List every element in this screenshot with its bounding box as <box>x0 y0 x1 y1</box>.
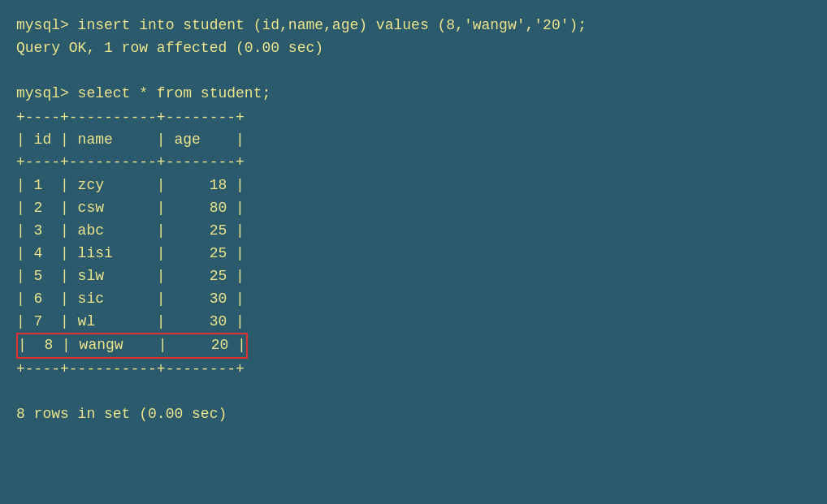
table-header: | id | name | age | <box>16 129 811 152</box>
table-divider-header: +----+----------+--------+ <box>16 152 811 174</box>
table-row: | 1 | zcy | 18 | <box>16 174 811 197</box>
select-command-line: mysql> select * from student; <box>16 83 811 106</box>
query-ok-line: Query OK, 1 row affected (0.00 sec) <box>16 37 811 60</box>
highlighted-table-row: | 8 | wangw | 20 | <box>16 333 248 358</box>
insert-command-line: mysql> insert into student (id,name,age)… <box>16 15 811 37</box>
table-divider-bottom: +----+----------+--------+ <box>16 359 811 381</box>
table-row: | 3 | abc | 25 | <box>16 220 811 243</box>
terminal-window: mysql> insert into student (id,name,age)… <box>16 15 811 489</box>
footer-line: 8 rows in set (0.00 sec) <box>16 403 811 426</box>
table-divider-top: +----+----------+--------+ <box>16 107 811 130</box>
highlighted-row-wrapper: | 8 | wangw | 20 | <box>16 333 811 358</box>
table-row: | 7 | wl | 30 | <box>16 311 811 334</box>
table-output: +----+----------+--------+ | id | name |… <box>16 107 811 381</box>
table-row: | 5 | slw | 25 | <box>16 265 811 288</box>
table-row: | 6 | sic | 30 | <box>16 288 811 311</box>
table-row: | 2 | csw | 80 | <box>16 197 811 220</box>
table-row: | 4 | lisi | 25 | <box>16 243 811 265</box>
